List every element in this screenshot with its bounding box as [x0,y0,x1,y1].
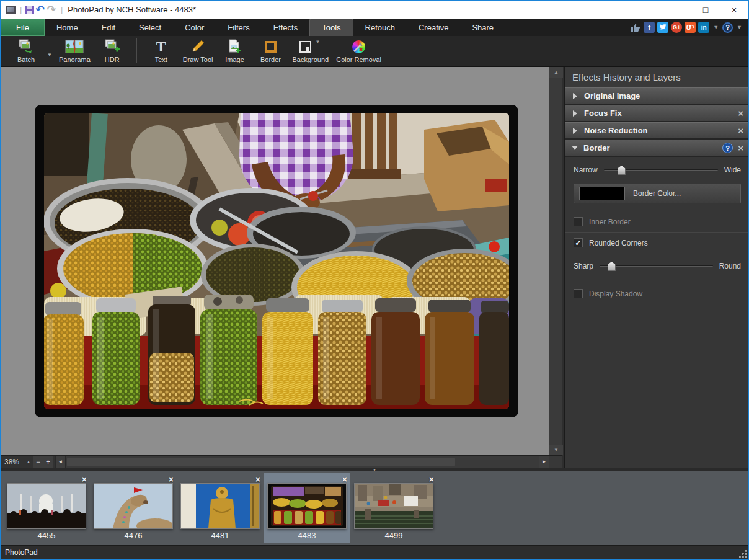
border-width-slider[interactable] [604,165,718,175]
tab-share[interactable]: Share [460,19,505,36]
background-tool-button[interactable]: ▼ Background [288,36,332,66]
color-removal-button[interactable]: Color Removal [332,36,385,66]
slider-thumb[interactable] [618,166,626,175]
like-icon[interactable] [630,22,641,33]
batch-dropdown-icon[interactable]: ▼ [44,36,55,66]
inner-border-option[interactable]: Inner Border [574,211,741,232]
display-shadow-checkbox[interactable] [574,289,583,298]
close-button[interactable]: × [720,1,748,19]
scroll-left-icon[interactable]: ◄ [55,456,65,468]
photopad-window: | ↶ ↷ | PhotoPad by NCH Software - 4483*… [0,0,749,560]
remove-layer-icon[interactable]: × [738,143,743,153]
image-tool-button[interactable]: Image [216,36,252,66]
expand-down-icon[interactable] [572,146,578,150]
effects-panel-title: Effects History and Layers [565,67,749,87]
thumbnail-4476[interactable]: × 4476 [90,473,177,543]
twitter-icon[interactable] [657,22,668,33]
layer-original-image[interactable]: Original Image [565,87,749,105]
tab-select[interactable]: Select [127,19,173,36]
expand-right-icon[interactable] [573,93,577,99]
draw-tool-button[interactable]: Draw Tool [179,36,217,66]
edited-photo[interactable] [35,105,518,420]
close-image-icon[interactable]: × [429,474,434,484]
zoom-in-button[interactable]: + [43,456,53,468]
layer-focus-fix[interactable]: Focus Fix × [565,105,749,122]
tab-effects[interactable]: Effects [262,19,310,36]
thumbnail-image[interactable] [267,483,347,529]
zoom-out-button[interactable]: − [33,456,43,468]
close-image-icon[interactable]: × [342,474,347,484]
tab-tools[interactable]: Tools [309,19,353,36]
round-label: Round [719,262,741,270]
zoom-spinner-icon[interactable]: ▲ [24,456,33,468]
title-bar: | ↶ ↷ | PhotoPad by NCH Software - 4483*… [1,1,748,19]
status-bar: PhotoPad [1,545,748,559]
googleplus-icon[interactable]: G+ [671,22,682,33]
panorama-button[interactable]: Panorama [55,36,94,66]
close-image-icon[interactable]: × [255,474,260,484]
tab-color[interactable]: Color [173,19,216,36]
border-color-button[interactable]: Border Color... [574,184,741,203]
hdr-button[interactable]: HDR [94,36,130,66]
facebook-icon[interactable]: f [644,22,655,33]
thumbnail-4455[interactable]: × 4455 [3,473,90,543]
slider-thumb[interactable] [608,262,616,271]
tab-edit[interactable]: Edit [90,19,127,36]
scroll-up-icon[interactable]: ▲ [549,67,563,78]
batch-button[interactable]: Batch [8,36,44,66]
layer-noise-reduction[interactable]: Noise Reduction × [565,122,749,140]
help-icon[interactable]: ? [722,143,733,153]
redo-icon[interactable]: ↷ [47,4,56,15]
save-icon[interactable] [25,6,34,14]
app-icon [6,6,16,14]
zoom-level[interactable]: 38% [1,458,24,466]
border-color-label: Border Color... [633,189,681,198]
tab-creative[interactable]: Creative [407,19,460,36]
pencil-icon [190,38,205,55]
editor-canvas[interactable] [1,67,562,455]
hdr-icon [104,38,120,55]
rounded-corners-checkbox[interactable]: ✓ [574,238,583,247]
corner-radius-slider[interactable] [600,261,713,271]
tab-file[interactable]: File [1,19,45,36]
minimize-button[interactable]: – [663,1,691,19]
background-dropdown-icon[interactable]: ▼ [315,39,320,45]
thumbnail-image[interactable] [354,483,433,529]
chevron-down-icon[interactable]: ▼ [713,24,719,30]
chevron-down-icon[interactable]: ▼ [737,24,742,30]
scroll-down-icon[interactable]: ▼ [549,445,563,455]
thumbnail-image[interactable] [180,483,260,529]
scroll-right-icon[interactable]: ► [539,456,549,468]
text-tool-button[interactable]: T Text [143,36,179,66]
close-image-icon[interactable]: × [169,474,174,484]
zoom-bar: 38% ▲ − + ◄ ► [1,455,562,468]
remove-layer-icon[interactable]: × [738,125,743,136]
thumbnail-4481[interactable]: × 4481 [177,473,264,543]
thumbnail-4483[interactable]: × [264,473,350,543]
tab-filters[interactable]: Filters [216,19,261,36]
resize-grip[interactable] [739,550,747,558]
vertical-scrollbar[interactable]: ▲ ▼ [549,67,562,455]
border-icon [265,41,277,53]
help-icon[interactable]: ? [722,22,733,33]
expand-right-icon[interactable] [573,110,577,117]
thumbnail-image[interactable] [94,483,173,529]
border-tool-button[interactable]: Border [252,36,288,66]
expand-right-icon[interactable] [573,128,577,134]
stumbleupon-icon[interactable] [685,22,696,33]
maximize-button[interactable]: □ [691,1,720,19]
thumbnail-4499[interactable]: × 4499 [350,473,437,543]
rounded-corners-option[interactable]: ✓ Rounded Corners [574,233,741,253]
horizontal-scrollbar[interactable] [65,456,539,468]
thumbnail-image[interactable] [7,483,86,529]
inner-border-checkbox[interactable] [574,217,583,226]
layer-border[interactable]: Border ? × [565,140,749,157]
tab-home[interactable]: Home [45,19,90,36]
status-text: PhotoPad [5,548,38,557]
remove-layer-icon[interactable]: × [738,108,743,118]
display-shadow-option[interactable]: Display Shadow [574,283,741,304]
tab-retouch[interactable]: Retouch [353,19,407,36]
undo-icon[interactable]: ↶ [35,4,44,15]
linkedin-icon[interactable]: in [698,22,709,33]
close-image-icon[interactable]: × [82,474,87,484]
